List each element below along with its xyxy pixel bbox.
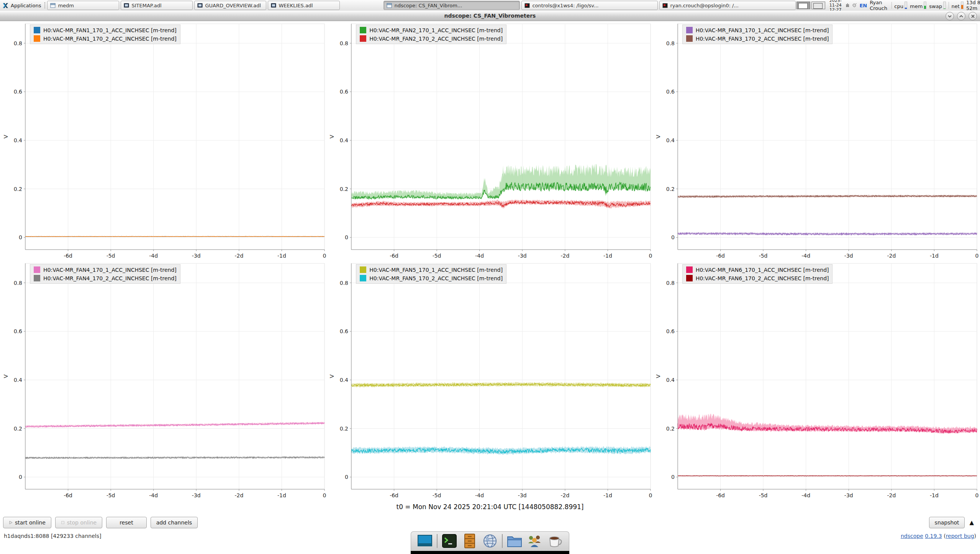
version-link[interactable]: 0.19.3 bbox=[925, 533, 942, 539]
add-channels-button[interactable]: add channels bbox=[151, 517, 198, 528]
legend-item[interactable]: H0:VAC-MR_FAN6_170_2_ACC_INCHSEC [m-tren… bbox=[686, 275, 829, 281]
t0-label: t0 = Mon Nov 24 2025 20:21:04 UTC [14480… bbox=[0, 503, 980, 511]
x-tick-label: -6d bbox=[64, 492, 72, 498]
taskbar-window-terminal-ryan[interactable]: ryan.crouch@opslogin0: /... bbox=[659, 1, 796, 10]
legend-label: H0:VAC-MR_FAN5_170_1_ACC_INCHSEC [m-tren… bbox=[369, 267, 503, 273]
plot-fan2[interactable]: 00.20.40.60.8-6d-5d-4d-3d-2d-1d0VH0:VAC-… bbox=[327, 21, 653, 261]
report-bug-link[interactable]: report bug bbox=[946, 533, 974, 539]
swap-monitor[interactable]: swap bbox=[929, 2, 946, 9]
y-tick-label: 0.4 bbox=[340, 137, 348, 143]
legend-item[interactable]: H0:VAC-MR_FAN4_170_1_ACC_INCHSEC [m-tren… bbox=[34, 266, 177, 273]
y-tick-label: 0.8 bbox=[666, 40, 674, 46]
taskbar-grip bbox=[44, 2, 45, 8]
plot-canvas-fan2[interactable]: 00.20.40.60.8-6d-5d-4d-3d-2d-1d0V bbox=[327, 21, 653, 261]
legend-swatch bbox=[34, 275, 40, 281]
legend-item[interactable]: H0:VAC-MR_FAN6_170_1_ACC_INCHSEC [m-tren… bbox=[686, 266, 829, 273]
workspace-2[interactable] bbox=[811, 2, 825, 9]
workspace-pager[interactable] bbox=[796, 2, 825, 9]
x-tick-label: -2d bbox=[561, 492, 570, 498]
legend-swatch bbox=[360, 27, 366, 33]
reset-button[interactable]: reset bbox=[106, 517, 146, 528]
net-monitor[interactable]: net bbox=[952, 2, 964, 9]
taskbar-window-sitemap[interactable]: SITEMAP.adl bbox=[121, 1, 193, 10]
titlebar[interactable]: ndscope: CS_FAN_Vibrometers bbox=[0, 11, 980, 21]
taskbar-window-medm[interactable]: medm bbox=[47, 1, 119, 10]
x-tick-label: -1d bbox=[930, 253, 939, 259]
cpu-monitor[interactable]: cpu bbox=[894, 2, 907, 9]
close-button[interactable] bbox=[969, 12, 977, 20]
taskbar-window-terminal-controls[interactable]: controls@x1ws4: /ligo/sv... bbox=[521, 1, 658, 10]
minimize-button[interactable] bbox=[946, 12, 954, 20]
plot-fan3[interactable]: 00.20.40.60.8-6d-5d-4d-3d-2d-1d0VH0:VAC-… bbox=[653, 21, 979, 261]
y-axis-label: V bbox=[655, 135, 661, 138]
desktop-screen: Applications medm SITEMAP.adl GUARD_OVER… bbox=[0, 0, 980, 554]
keyboard-layout[interactable]: EN bbox=[859, 3, 867, 8]
indicator-icon[interactable] bbox=[846, 2, 850, 9]
start-online-button[interactable]: start online bbox=[3, 517, 51, 528]
snapshot-button[interactable]: snapshot bbox=[929, 517, 965, 528]
legend-item[interactable]: H0:VAC-MR_FAN2_170_1_ACC_INCHSEC [m-tren… bbox=[360, 27, 503, 33]
plot-canvas-fan1[interactable]: 00.20.40.60.8-6d-5d-4d-3d-2d-1d0V bbox=[1, 21, 327, 261]
dock-folder-icon[interactable] bbox=[506, 533, 523, 549]
plot-frame bbox=[25, 24, 324, 250]
collapse-panel-icon[interactable]: ▲ bbox=[969, 519, 974, 526]
plot-fan4[interactable]: 00.20.40.60.8-6d-5d-4d-3d-2d-1d0VH0:VAC-… bbox=[1, 261, 327, 501]
y-tick-label: 0.4 bbox=[666, 137, 674, 143]
legend-item[interactable]: H0:VAC-MR_FAN1_170_1_ACC_INCHSEC [m-tren… bbox=[34, 27, 177, 33]
plot-fan6[interactable]: 00.20.40.60.8-6d-5d-4d-3d-2d-1d0VH0:VAC-… bbox=[653, 261, 979, 501]
legend-item[interactable]: H0:VAC-MR_FAN3_170_1_ACC_INCHSEC [m-tren… bbox=[686, 27, 829, 33]
legend-item[interactable]: H0:VAC-MR_FAN2_170_2_ACC_INCHSEC [m-tren… bbox=[360, 35, 503, 42]
legend-swatch bbox=[34, 27, 40, 33]
stop-online-button[interactable]: stop online bbox=[55, 517, 102, 528]
legend-item[interactable]: H0:VAC-MR_FAN1_170_2_ACC_INCHSEC [m-tren… bbox=[34, 35, 177, 42]
dock-coffee-icon[interactable] bbox=[547, 533, 564, 549]
window-button-label: ryan.crouch@opslogin0: /... bbox=[670, 3, 738, 8]
taskbar-window-guard-overview[interactable]: GUARD_OVERVIEW.adl bbox=[194, 1, 266, 10]
dock-web-browser-icon[interactable] bbox=[482, 533, 498, 549]
taskbar-window-weeklies[interactable]: WEEKLIES.adl bbox=[268, 1, 340, 10]
terminal-icon bbox=[662, 3, 668, 8]
x-tick-label: -1d bbox=[277, 253, 286, 259]
plot-frame bbox=[351, 263, 651, 489]
window-title: ndscope: CS_FAN_Vibrometers bbox=[444, 13, 536, 19]
plot-canvas-fan3[interactable]: 00.20.40.60.8-6d-5d-4d-3d-2d-1d0V bbox=[653, 21, 979, 261]
close-icon bbox=[971, 15, 975, 18]
legend-item[interactable]: H0:VAC-MR_FAN3_170_2_ACC_INCHSEC [m-tren… bbox=[686, 35, 829, 42]
applications-menu[interactable]: Applications bbox=[0, 0, 43, 11]
window-icon bbox=[50, 3, 56, 8]
chevron-up-icon bbox=[959, 15, 963, 18]
workspace-1[interactable] bbox=[796, 2, 810, 9]
mem-monitor[interactable]: mem bbox=[910, 2, 926, 9]
play-icon bbox=[9, 521, 13, 524]
legend-item[interactable]: H0:VAC-MR_FAN4_170_2_ACC_INCHSEC [m-tren… bbox=[34, 275, 177, 281]
taskbar-window-ndscope[interactable]: ndscope: CS_FAN_Vibrom... bbox=[383, 1, 520, 10]
mem-label: mem bbox=[910, 3, 923, 9]
y-axis-label: V bbox=[655, 374, 661, 378]
plot-canvas-fan6[interactable]: 00.20.40.60.8-6d-5d-4d-3d-2d-1d0V bbox=[653, 261, 979, 501]
dock-base bbox=[411, 551, 569, 554]
legend-item[interactable]: H0:VAC-MR_FAN5_170_1_ACC_INCHSEC [m-tren… bbox=[360, 266, 503, 273]
dock-desktop-icon[interactable] bbox=[416, 533, 433, 549]
plot-fan1[interactable]: 00.20.40.60.8-6d-5d-4d-3d-2d-1d0VH0:VAC-… bbox=[1, 21, 327, 261]
dock-terminal-icon[interactable] bbox=[441, 533, 458, 549]
dock bbox=[411, 531, 569, 554]
user-name[interactable]: Ryan Crouch bbox=[870, 0, 889, 11]
x-tick-label: 0 bbox=[649, 492, 652, 498]
plot-frame bbox=[25, 263, 324, 489]
legend-item[interactable]: H0:VAC-MR_FAN5_170_2_ACC_INCHSEC [m-tren… bbox=[360, 275, 503, 281]
dock-file-cabinet-icon[interactable] bbox=[461, 533, 478, 549]
x-tick-label: 0 bbox=[323, 253, 326, 259]
maximize-button[interactable] bbox=[957, 12, 965, 20]
legend-swatch bbox=[360, 275, 366, 281]
plot-fan5[interactable]: 00.20.40.60.8-6d-5d-4d-3d-2d-1d0VH0:VAC-… bbox=[327, 261, 653, 501]
snapshot-area: snapshot ▲ bbox=[929, 517, 977, 528]
paren: ) bbox=[974, 533, 976, 539]
plot-canvas-fan4[interactable]: 00.20.40.60.8-6d-5d-4d-3d-2d-1d0V bbox=[1, 261, 327, 501]
y-tick-label: 0.6 bbox=[666, 89, 674, 95]
dock-users-icon[interactable] bbox=[526, 533, 543, 549]
mouse-icon[interactable] bbox=[852, 2, 857, 9]
control-bar: start online stop online reset add chann… bbox=[0, 516, 980, 529]
y-tick-label: 0.6 bbox=[14, 89, 22, 95]
plot-canvas-fan5[interactable]: 00.20.40.60.8-6d-5d-4d-3d-2d-1d0V bbox=[327, 261, 653, 501]
ndscope-link[interactable]: ndscope bbox=[901, 533, 923, 539]
